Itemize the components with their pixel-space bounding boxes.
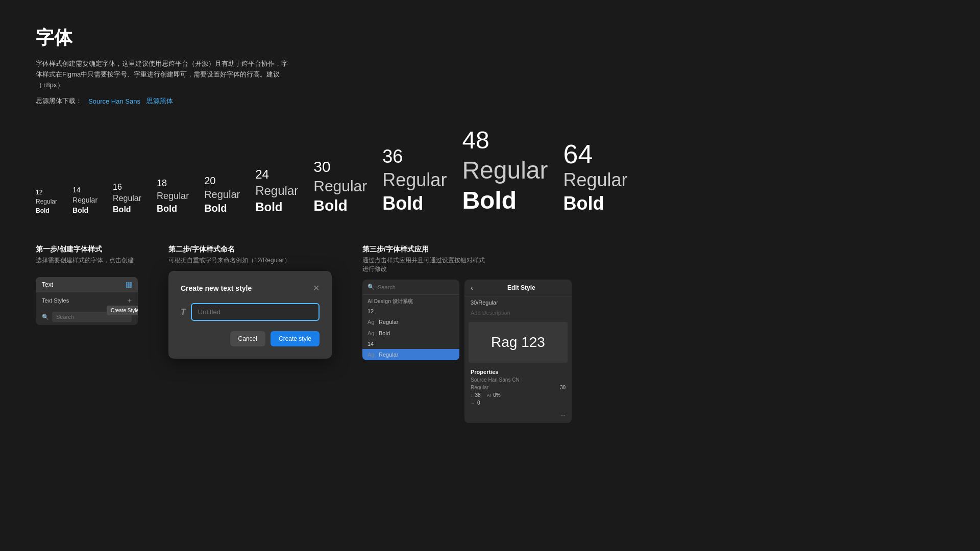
font-regular-64: Regular — [563, 169, 627, 191]
style-list-search-input[interactable] — [378, 284, 454, 290]
edit-add-desc[interactable]: Add Description — [464, 309, 572, 320]
modal-input-row: T — [181, 303, 320, 321]
font-size-14: 14 — [72, 186, 97, 194]
modal-buttons: Cancel Create style — [181, 331, 320, 346]
font-size-24: 24 — [255, 167, 298, 182]
ag-icon-2: Ag — [368, 330, 375, 336]
font-family-label: Source Han Sans CN — [471, 377, 520, 383]
step-1-widgets: Text Text Styles + — [36, 271, 138, 325]
regular-12-label: Regular — [379, 319, 399, 325]
font-item-16: 16 Regular Bold — [113, 183, 141, 214]
download-row: 思源黑体下载： Source Han Sans 思源黑体 — [36, 96, 944, 106]
more-options-icon[interactable]: ··· — [560, 412, 566, 419]
style-name-input[interactable] — [191, 303, 320, 321]
create-style-tooltip: Create Style — [107, 306, 138, 315]
modal-title: Create new text style — [181, 284, 252, 292]
text-styles-label: Text Styles — [42, 297, 69, 304]
font-bold-18: Bold — [157, 204, 189, 214]
font-item-18: 18 Regular Bold — [157, 178, 189, 214]
font-size-18: 18 — [157, 178, 189, 189]
font-regular-30: Regular — [313, 178, 367, 195]
panel-header-title: Text — [42, 281, 53, 288]
font-bold-20: Bold — [204, 203, 240, 214]
create-style-button[interactable]: Create style — [271, 331, 320, 346]
text-type-icon: T — [181, 308, 186, 317]
font-size-20: 20 — [204, 175, 240, 187]
paragraph-metric: ↔ 0 — [471, 400, 480, 406]
step-1-container: 第一步/创建字体样式 选择需要创建样式的字体，点击创建 Text — [36, 245, 138, 325]
style-list-panel: 🔍 AI Design 设计系统 12 Ag Regular Ag Bold 1… — [362, 280, 459, 360]
font-size-16: 16 — [113, 183, 141, 192]
steps-section: 第一步/创建字体样式 选择需要创建样式的字体，点击创建 Text — [36, 245, 944, 423]
regular-14-label: Regular — [379, 352, 399, 358]
font-size-value: 30 — [560, 385, 566, 390]
step-2-container: 第二步/字体样式命名 可根据自重或字号来命名例如（12/Regular） Cre… — [168, 245, 332, 359]
line-height-value: 38 — [475, 392, 481, 398]
letter-spacing-value: 0% — [493, 392, 500, 398]
panel-header: Text — [36, 277, 138, 292]
font-size-48: 48 — [462, 126, 548, 154]
ag-icon-1: Ag — [368, 319, 375, 325]
font-regular-18: Regular — [157, 191, 189, 202]
bold-12-label: Bold — [379, 330, 390, 336]
modal-header: Create new text style ✕ — [181, 283, 320, 293]
metrics-row-2: ↔ 0 — [471, 400, 566, 406]
panel-dots-icon — [126, 282, 132, 288]
line-height-metric: ↕ 38 — [471, 392, 481, 398]
font-bold-12: Bold — [36, 207, 57, 214]
font-item-20: 20 Regular Bold — [204, 175, 240, 214]
size-14-label: 14 — [362, 339, 459, 349]
step-2-title: 第二步/字体样式命名 — [168, 245, 332, 254]
search-icon: 🔍 — [42, 314, 49, 320]
font-bold-36: Bold — [382, 193, 447, 214]
font-showcase: 12 Regular Bold 14 Regular Bold 16 Regul… — [36, 126, 944, 214]
font-item-48: 48 Regular Bold — [462, 126, 548, 214]
cancel-button[interactable]: Cancel — [230, 331, 265, 346]
paragraph-icon: ↔ — [471, 400, 475, 406]
siiyuan-heiti-link[interactable]: 思源黑体 — [146, 96, 173, 106]
ag-icon-3: Ag — [368, 352, 375, 358]
step-3-widgets: 🔍 AI Design 设计系统 12 Ag Regular Ag Bold 1… — [362, 280, 572, 423]
font-weight-label: Regular — [471, 385, 488, 390]
list-item-bold-12[interactable]: Ag Bold — [362, 328, 459, 339]
step-1-desc: 选择需要创建样式的字体，点击创建 — [36, 256, 138, 265]
edit-properties-section: Properties Source Han Sans CN Regular 30… — [464, 365, 572, 412]
font-weight-row: Regular 30 — [471, 385, 566, 390]
font-regular-24: Regular — [255, 184, 298, 198]
modal-close-icon[interactable]: ✕ — [313, 283, 320, 293]
page-description: 字体样式创建需要确定字体，这里建议使用思跨平台（开源）且有助于跨平台协作，字体样… — [36, 59, 291, 90]
step1-figma-panel: Text Text Styles + — [36, 277, 138, 325]
font-family-row: Source Han Sans CN — [471, 377, 566, 383]
download-label: 思源黑体下载： — [36, 96, 82, 106]
back-arrow-icon[interactable]: ‹ — [471, 284, 473, 292]
font-item-30: 30 Regular Bold — [313, 158, 367, 214]
edit-panel-header: ‹ Edit Style — [464, 280, 572, 296]
font-bold-24: Bold — [255, 200, 298, 214]
font-item-64: 64 Regular Bold — [563, 141, 627, 214]
edit-more-row: ··· — [464, 412, 572, 423]
font-size-64: 64 — [563, 141, 627, 167]
paragraph-value: 0 — [477, 400, 480, 406]
font-item-36: 36 Regular Bold — [382, 146, 447, 214]
letter-spacing-metric: AI 0% — [487, 392, 501, 398]
font-item-12: 12 Regular Bold — [36, 189, 57, 214]
list-item-regular-12[interactable]: Ag Regular — [362, 316, 459, 328]
list-search-row: 🔍 — [362, 280, 459, 295]
source-han-sans-link[interactable]: Source Han Sans — [88, 97, 140, 105]
step-2-widgets: Create new text style ✕ T Cancel Create … — [168, 271, 332, 359]
font-bold-48: Bold — [462, 186, 548, 214]
font-size-30: 30 — [313, 158, 367, 176]
line-height-icon: ↕ — [471, 393, 473, 398]
size-12-label: 12 — [362, 306, 459, 316]
font-bold-16: Bold — [113, 205, 141, 214]
add-style-icon[interactable]: + — [128, 296, 132, 305]
font-regular-12: Regular — [36, 198, 57, 205]
properties-label: Properties — [471, 369, 566, 375]
font-regular-14: Regular — [72, 196, 97, 204]
list-item-regular-14[interactable]: Ag Regular — [362, 349, 459, 360]
edit-preview-text: Rag 123 — [491, 334, 545, 350]
letter-spacing-icon: AI — [487, 393, 492, 398]
step-2-desc: 可根据自重或字号来命名例如（12/Regular） — [168, 256, 296, 265]
step-3-title: 第三步/字体样式应用 — [362, 245, 572, 254]
step-3-desc: 通过点击样式应用并且可通过设置按钮对样式进行修改 — [362, 256, 490, 273]
